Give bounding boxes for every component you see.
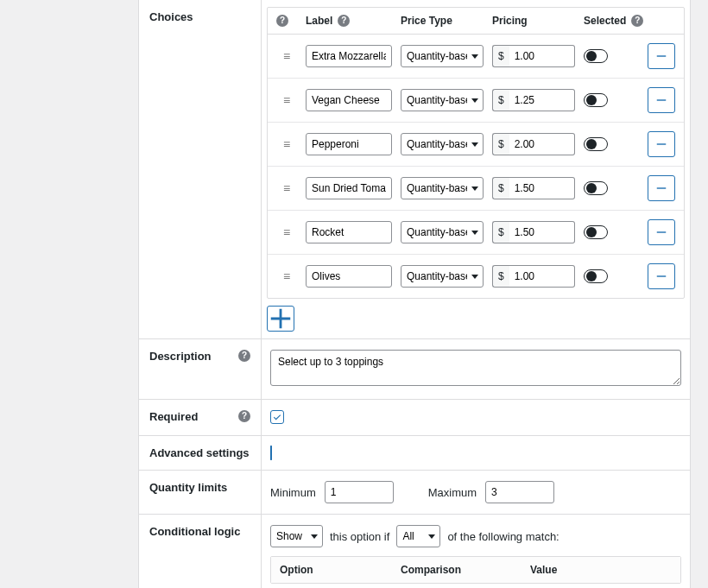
remove-choice-button[interactable] [648, 263, 675, 289]
min-label: Minimum [270, 486, 316, 499]
help-icon[interactable]: ? [238, 410, 250, 422]
help-icon[interactable]: ? [631, 15, 643, 27]
max-label: Maximum [428, 486, 477, 499]
drag-handle-icon[interactable]: ≡ [276, 226, 297, 238]
choice-row: ≡Quantity-basedFlat fee$ [268, 166, 684, 210]
price-type-select[interactable]: Quantity-basedFlat fee [401, 221, 484, 243]
svg-rect-2 [657, 143, 667, 144]
choice-row: ≡Quantity-basedFlat fee$ [268, 254, 684, 298]
currency-symbol: $ [492, 221, 509, 243]
price-input[interactable] [509, 265, 575, 288]
help-icon[interactable]: ? [276, 15, 288, 27]
conditional-text-1: this option if [330, 530, 389, 543]
conditional-label-text: Conditional logic [149, 525, 240, 538]
col-selected: Selected [584, 15, 626, 27]
drag-handle-icon[interactable]: ≡ [276, 138, 297, 150]
check-icon [272, 412, 282, 422]
description-label-text: Description [149, 350, 212, 363]
drag-handle-icon[interactable]: ≡ [276, 94, 297, 106]
selected-toggle[interactable] [584, 93, 608, 107]
choice-row: ≡Quantity-basedFlat fee$ [268, 35, 684, 78]
advanced-label-text: Advanced settings [149, 446, 250, 459]
col-pricing: Pricing [492, 15, 575, 27]
choice-row: ≡Quantity-basedFlat fee$ [268, 210, 684, 254]
price-type-select[interactable]: Quantity-basedFlat fee [401, 265, 484, 288]
selected-toggle[interactable] [584, 181, 608, 195]
help-icon[interactable]: ? [238, 350, 250, 362]
choices-label-text: Choices [149, 10, 193, 23]
add-choice-button[interactable] [267, 306, 294, 332]
price-input[interactable] [509, 45, 575, 67]
currency-symbol: $ [492, 133, 509, 155]
advanced-toggle[interactable] [270, 446, 272, 460]
price-type-select[interactable]: Quantity-basedFlat fee [401, 45, 484, 67]
description-textarea[interactable] [270, 350, 681, 386]
section-advanced: Advanced settings [139, 435, 690, 470]
drag-handle-icon[interactable]: ≡ [276, 270, 297, 282]
remove-choice-button[interactable] [648, 87, 675, 113]
minus-icon [655, 226, 667, 238]
price-type-select[interactable]: Quantity-basedFlat fee [401, 133, 484, 155]
max-input[interactable] [485, 481, 554, 503]
section-quantity-limits: Quantity limits Minimum Maximum [139, 470, 690, 514]
selected-toggle[interactable] [584, 225, 608, 239]
cond-col-value: Value [530, 564, 672, 576]
choice-row: ≡Quantity-basedFlat fee$ [268, 78, 684, 122]
minus-icon [655, 94, 667, 106]
drag-handle-icon[interactable]: ≡ [276, 182, 297, 194]
plus-icon [268, 306, 294, 332]
selected-toggle[interactable] [584, 269, 608, 283]
price-input[interactable] [509, 89, 575, 111]
selected-toggle[interactable] [584, 137, 608, 151]
currency-symbol: $ [492, 45, 509, 67]
price-input[interactable] [509, 133, 575, 155]
currency-symbol: $ [492, 89, 509, 111]
remove-choice-button[interactable] [648, 131, 675, 157]
selected-toggle[interactable] [584, 49, 608, 63]
conditional-text-2: of the following match: [447, 530, 559, 543]
choice-label-input[interactable] [306, 265, 392, 288]
remove-choice-button[interactable] [648, 175, 675, 201]
currency-symbol: $ [492, 177, 509, 199]
svg-rect-5 [657, 275, 667, 276]
conditional-match-select[interactable]: AllAny [396, 525, 440, 547]
choices-table: ? Label? Price Type Pricing Selected? ≡Q… [267, 7, 685, 299]
option-panel: Choices ? Label? Price Type Pricing Sele… [138, 0, 691, 588]
svg-rect-3 [657, 187, 667, 188]
section-conditional: Conditional logic ShowHide this option i… [139, 514, 690, 588]
choices-body: ? Label? Price Type Pricing Selected? ≡Q… [261, 0, 692, 338]
choice-label-input[interactable] [306, 177, 392, 199]
choice-label-input[interactable] [306, 221, 392, 243]
help-icon[interactable]: ? [338, 15, 350, 27]
svg-rect-4 [657, 231, 667, 232]
drag-handle-icon[interactable]: ≡ [276, 50, 297, 62]
price-type-select[interactable]: Quantity-basedFlat fee [401, 89, 484, 111]
currency-symbol: $ [492, 265, 509, 288]
remove-choice-button[interactable] [648, 219, 675, 245]
minus-icon [655, 182, 667, 194]
section-label-choices: Choices [139, 0, 261, 338]
cond-col-comparison: Comparison [401, 564, 530, 576]
choice-label-input[interactable] [306, 89, 392, 111]
min-input[interactable] [325, 481, 394, 503]
section-required: Required ? [139, 399, 690, 435]
svg-rect-1 [657, 99, 667, 100]
choice-label-input[interactable] [306, 45, 392, 67]
section-choices: Choices ? Label? Price Type Pricing Sele… [139, 0, 690, 338]
conditional-showhide-select[interactable]: ShowHide [270, 525, 323, 547]
choice-label-input[interactable] [306, 133, 392, 155]
required-label-text: Required [149, 410, 198, 423]
minus-icon [655, 270, 667, 282]
price-input[interactable] [509, 221, 575, 243]
minus-icon [655, 138, 667, 150]
quantity-label-text: Quantity limits [149, 481, 227, 494]
col-label: Label [306, 15, 332, 27]
section-description: Description ? [139, 338, 690, 399]
col-price-type: Price Type [401, 15, 484, 27]
section-label-description: Description ? [139, 339, 261, 399]
required-checkbox[interactable] [270, 410, 284, 424]
price-input[interactable] [509, 177, 575, 199]
remove-choice-button[interactable] [648, 43, 675, 69]
price-type-select[interactable]: Quantity-basedFlat fee [401, 177, 484, 199]
svg-rect-0 [657, 55, 667, 56]
